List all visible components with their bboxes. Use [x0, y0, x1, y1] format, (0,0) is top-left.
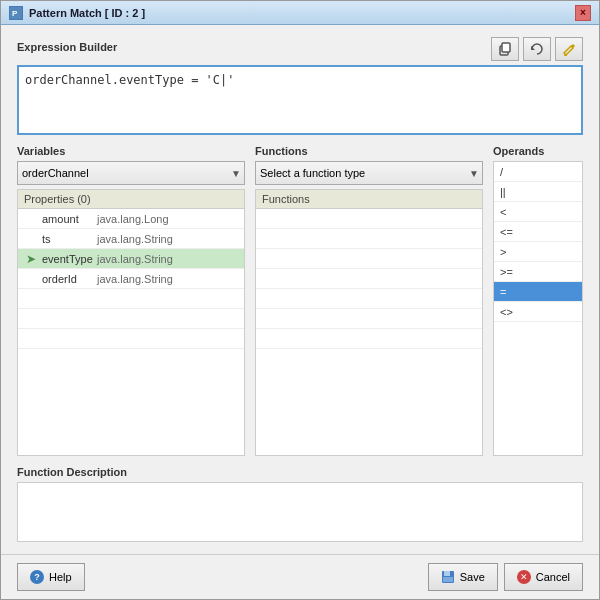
- functions-table: Functions: [255, 189, 483, 456]
- row-icon: [24, 232, 38, 246]
- row-icon: [24, 212, 38, 226]
- prop-name: ts: [42, 233, 97, 245]
- dialog: P Pattern Match [ ID : 2 ] × Expression …: [0, 0, 600, 600]
- function-description-label: Function Description: [17, 466, 583, 478]
- prop-name: orderId: [42, 273, 97, 285]
- dialog-title: Pattern Match [ ID : 2 ]: [29, 7, 145, 19]
- prop-type: java.lang.String: [97, 233, 173, 245]
- functions-table-header: Functions: [256, 190, 482, 209]
- prop-type: java.lang.String: [97, 273, 173, 285]
- functions-column: Functions Select a function type ▼ Funct…: [255, 145, 483, 456]
- dialog-footer: ? Help Save ✕ Cancel: [1, 554, 599, 599]
- table-row-selected[interactable]: ➤ eventType java.lang.String: [18, 249, 244, 269]
- prop-type: java.lang.Long: [97, 213, 169, 225]
- table-row[interactable]: ts java.lang.String: [18, 229, 244, 249]
- footer-right: Save ✕ Cancel: [428, 563, 583, 591]
- operand-item[interactable]: >: [494, 242, 582, 262]
- svg-rect-8: [443, 577, 453, 582]
- title-bar: P Pattern Match [ ID : 2 ] ×: [1, 1, 599, 25]
- operands-column: Operands / || < <= > >= = <>: [493, 145, 583, 456]
- operand-item[interactable]: >=: [494, 262, 582, 282]
- operand-item[interactable]: ||: [494, 182, 582, 202]
- expression-section: Expression Builder: [17, 37, 583, 135]
- operand-item[interactable]: /: [494, 162, 582, 182]
- operand-item[interactable]: <=: [494, 222, 582, 242]
- operand-item[interactable]: <>: [494, 302, 582, 322]
- table-row[interactable]: amount java.lang.Long: [18, 209, 244, 229]
- function-description-section: Function Description: [17, 466, 583, 542]
- expression-header: Expression Builder: [17, 37, 583, 61]
- prop-type: java.lang.String: [97, 253, 173, 265]
- row-icon: [24, 272, 38, 286]
- save-label: Save: [460, 571, 485, 583]
- refresh-button[interactable]: [523, 37, 551, 61]
- title-bar-left: P Pattern Match [ ID : 2 ]: [9, 6, 145, 20]
- functions-label: Functions: [255, 145, 483, 157]
- empty-row: [256, 249, 482, 269]
- dialog-icon: P: [9, 6, 23, 20]
- dialog-body: Expression Builder: [1, 25, 599, 554]
- three-columns: Variables orderChannel ▼ Properties (0) …: [17, 145, 583, 456]
- row-icon: ➤: [24, 252, 38, 266]
- help-icon: ?: [30, 570, 44, 584]
- variables-column: Variables orderChannel ▼ Properties (0) …: [17, 145, 245, 456]
- empty-row: [256, 329, 482, 349]
- expression-label: Expression Builder: [17, 41, 117, 53]
- help-button[interactable]: ? Help: [17, 563, 85, 591]
- prop-name: eventType: [42, 253, 97, 265]
- prop-name: amount: [42, 213, 97, 225]
- empty-row: [256, 289, 482, 309]
- empty-row: [256, 309, 482, 329]
- close-button[interactable]: ×: [575, 5, 591, 21]
- cancel-button[interactable]: ✕ Cancel: [504, 563, 583, 591]
- operand-item-selected[interactable]: =: [494, 282, 582, 302]
- variables-dropdown[interactable]: orderChannel: [17, 161, 245, 185]
- svg-text:P: P: [12, 9, 18, 18]
- variables-table-header: Properties (0): [18, 190, 244, 209]
- svg-rect-3: [502, 43, 510, 52]
- expression-buttons: [491, 37, 583, 61]
- copy-button[interactable]: [491, 37, 519, 61]
- save-icon: [441, 570, 455, 584]
- arrow-icon: ➤: [26, 252, 36, 266]
- functions-dropdown[interactable]: Select a function type: [255, 161, 483, 185]
- empty-row: [256, 229, 482, 249]
- function-description-box: [17, 482, 583, 542]
- cancel-label: Cancel: [536, 571, 570, 583]
- empty-row: [256, 269, 482, 289]
- help-label: Help: [49, 571, 72, 583]
- save-button[interactable]: Save: [428, 563, 498, 591]
- empty-row: [18, 329, 244, 349]
- operands-label: Operands: [493, 145, 583, 157]
- empty-row: [18, 309, 244, 329]
- functions-dropdown-wrapper: Select a function type ▼: [255, 161, 483, 185]
- operand-item[interactable]: <: [494, 202, 582, 222]
- variables-table: Properties (0) amount java.lang.Long ts …: [17, 189, 245, 456]
- variables-label: Variables: [17, 145, 245, 157]
- cancel-icon: ✕: [517, 570, 531, 584]
- table-row[interactable]: orderId java.lang.String: [18, 269, 244, 289]
- svg-rect-7: [444, 571, 450, 576]
- expression-input[interactable]: orderChannel.eventType = 'C|': [17, 65, 583, 135]
- empty-row: [256, 209, 482, 229]
- variables-dropdown-wrapper: orderChannel ▼: [17, 161, 245, 185]
- empty-row: [18, 289, 244, 309]
- edit-button[interactable]: [555, 37, 583, 61]
- operands-list: / || < <= > >= = <>: [493, 161, 583, 456]
